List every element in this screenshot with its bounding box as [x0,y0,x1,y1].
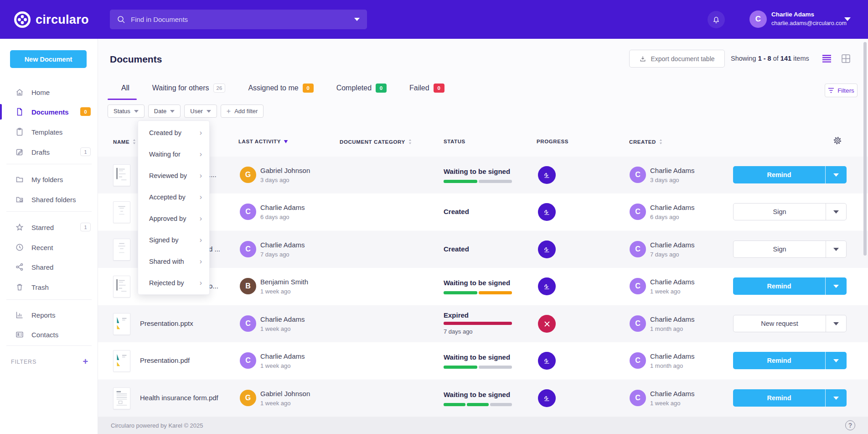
table-row[interactable]: d ... C Charlie Adams7 days ago Created … [98,231,868,268]
table-row[interactable]: Presentation.pdf C Charlie Adams1 week a… [98,342,868,379]
action-dropdown-button[interactable] [826,241,846,257]
app-logo[interactable]: circularo [14,11,89,28]
document-thumbnail-icon [113,239,130,261]
sidebar-item-documents[interactable]: Documents 0 [0,103,98,120]
notifications-button[interactable] [708,11,725,28]
table-row[interactable]: Presentation.pptx C Charlie Adams1 week … [98,305,868,342]
help-button[interactable]: ? [845,420,855,430]
document-name: Presentation.pdf [140,356,190,364]
action-dropdown-button[interactable] [825,352,847,369]
user-avatar[interactable]: C [749,10,767,28]
sidebar-item-my-folders[interactable]: My folders [0,171,98,188]
table-row[interactable]: .... G Gabriel Johnson3 days ago Waiting… [98,157,868,193]
menu-item-approved-by[interactable]: Approved by› [138,208,209,229]
filter-chip-date[interactable]: Date [148,105,181,118]
column-header-created[interactable]: CREATED [629,139,663,145]
signature-progress-icon[interactable] [538,277,556,295]
sidebar-item-recent[interactable]: Recent [0,239,98,256]
list-view-icon [822,55,832,63]
table-settings-button[interactable] [833,136,842,145]
signature-progress-icon[interactable] [538,203,556,221]
menu-item-reviewed-by[interactable]: Reviewed by› [138,165,209,186]
last-activity-cell: Charlie Adams6 days ago [260,203,305,221]
signature-progress-icon[interactable] [538,241,556,258]
action-dropdown-button[interactable] [826,204,846,220]
new-document-button[interactable]: New Document [10,50,87,68]
tab-all[interactable]: All [121,84,129,92]
add-filter-button[interactable]: +Add filter [221,105,264,118]
filters-button[interactable]: Filters [825,84,858,97]
user-menu-caret-icon[interactable] [844,17,851,21]
action-dropdown-button[interactable] [825,389,847,407]
filter-chip-user[interactable]: User [184,105,217,118]
grid-view-button[interactable] [842,54,850,63]
sidebar-item-home[interactable]: Home [0,84,98,101]
circularo-logo-icon [14,11,31,28]
download-icon [639,55,646,63]
sidebar-item-reports[interactable]: Reports [0,306,98,324]
menu-item-signed-by[interactable]: Signed by› [138,229,209,251]
avatar: C [630,167,646,183]
table-row[interactable]: o... B Benjamin Smith1 week ago Waiting … [98,268,868,305]
search-scope-caret-icon[interactable] [354,18,360,21]
menu-item-accepted-by[interactable]: Accepted by› [138,186,209,208]
table-row[interactable]: C Charlie Adams6 days ago Created C Char… [98,193,868,230]
status-subtext: 7 days ago [444,328,517,335]
sidebar-item-shared[interactable]: Shared [0,258,98,276]
list-view-button[interactable] [822,55,832,63]
showing-count: Showing 1 - 8 of 141 items [731,55,809,62]
column-header-document-category[interactable]: DOCUMENT CATEGORY [340,139,412,145]
sign-button[interactable]: Sign [734,204,826,220]
sidebar-item-templates[interactable]: Templates [0,123,98,141]
remind-button[interactable]: Remind [733,277,825,295]
column-header-status: STATUS [444,139,465,144]
new-request-button[interactable]: New request [734,315,826,332]
sidebar-item-shared-folders[interactable]: Shared folders [0,191,98,208]
action-dropdown-button[interactable] [826,315,846,332]
export-document-table-button[interactable]: Export document table [629,50,725,68]
remind-button[interactable]: Remind [733,352,825,369]
menu-item-created-by[interactable]: Created by› [138,122,209,143]
sidebar-item-drafts[interactable]: Drafts 1 [0,143,98,161]
menu-item-waiting-for[interactable]: Waiting for› [138,143,209,165]
table-row[interactable]: Health insurance form.pdf G Gabriel John… [98,380,868,417]
sign-button[interactable]: Sign [734,241,826,257]
signature-progress-icon[interactable] [538,389,556,407]
signature-progress-icon[interactable] [538,166,556,184]
remind-button[interactable]: Remind [733,389,825,407]
status-cell: Waiting to be signed [444,353,517,369]
chevron-down-icon [207,110,211,113]
filter-chip-status[interactable]: Status [108,105,145,118]
divider [6,299,92,300]
add-filter-plus-icon[interactable]: + [83,356,88,367]
failed-progress-icon[interactable] [538,315,556,333]
tab-waiting-for-others[interactable]: Waiting for others26 [152,84,226,93]
tab-completed[interactable]: Completed0 [336,84,387,93]
search-input[interactable]: Find in Documents [110,10,367,29]
tab-failed[interactable]: Failed0 [409,84,444,93]
footer-text: Circularo powered by Karel © 2025 [111,422,203,429]
chevron-right-icon: › [200,214,202,223]
last-activity-cell: Gabriel Johnson1 week ago [260,389,310,408]
menu-item-shared-with[interactable]: Shared with› [138,251,209,272]
column-header-last-activity[interactable]: LAST ACTIVITY [238,139,288,144]
action-dropdown-button[interactable] [825,277,847,295]
table-header: NAME LAST ACTIVITY DOCUMENT CATEGORY STA… [98,128,868,157]
chevron-right-icon: › [200,172,202,180]
caret-down-icon [833,285,839,288]
menu-item-rejected-by[interactable]: Rejected by› [138,272,209,293]
scrollbar-thumb[interactable] [863,42,867,256]
signature-progress-icon[interactable] [538,352,556,370]
avatar: C [240,315,256,332]
sidebar-item-contacts[interactable]: Contacts [0,326,98,343]
caret-down-icon [833,248,839,251]
user-info[interactable]: Charlie Adams charlie.adams@circularo.co… [771,10,847,27]
caret-down-icon [833,359,839,362]
sidebar-item-trash[interactable]: Trash [0,278,98,296]
tab-assigned-to-me[interactable]: Assigned to me0 [248,84,313,93]
remind-button[interactable]: Remind [733,166,825,183]
sidebar-item-label: Templates [31,128,62,136]
column-header-name[interactable]: NAME [113,139,136,145]
sidebar-item-starred[interactable]: Starred 1 [0,219,98,236]
action-dropdown-button[interactable] [825,166,847,183]
